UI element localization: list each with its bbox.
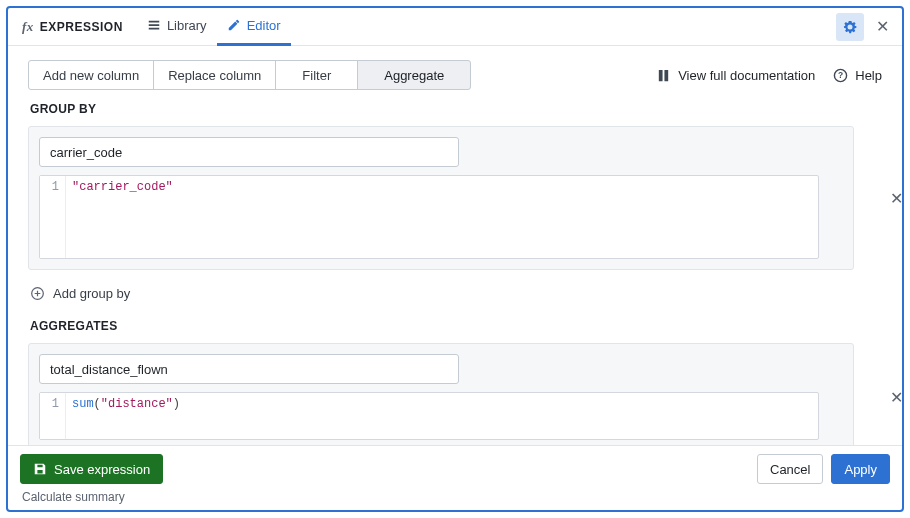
panel-footer: Save expression Cancel Apply Calculate s… — [8, 445, 902, 510]
edit-icon — [227, 18, 241, 32]
aggregates-heading: AGGREGATES — [30, 319, 882, 333]
code-gutter: 1 — [40, 393, 66, 439]
aggregate-name-input[interactable] — [39, 354, 459, 384]
close-icon: ✕ — [876, 17, 889, 36]
view-docs-label: View full documentation — [678, 68, 815, 83]
aggregate-code-editor[interactable]: 1 sum("distance") — [39, 392, 819, 440]
group-by-name-input[interactable] — [39, 137, 459, 167]
group-by-code-editor[interactable]: 1 "carrier_code" — [39, 175, 819, 259]
close-icon: ✕ — [890, 389, 903, 406]
code-gutter: 1 — [40, 176, 66, 258]
filter-button[interactable]: Filter — [275, 60, 358, 90]
group-by-heading: GROUP BY — [30, 102, 882, 116]
aggregate-wrapper: 1 sum("distance") ✕ — [28, 343, 882, 445]
footer-buttons: Save expression Cancel Apply — [20, 454, 890, 484]
panel-body: GROUP BY 1 "carrier_code" ✕ Add group by… — [8, 102, 902, 445]
gear-icon — [842, 19, 858, 35]
remove-group-by-button[interactable]: ✕ — [886, 189, 902, 208]
view-docs-link[interactable]: View full documentation — [656, 68, 815, 83]
code-content: "carrier_code" — [66, 176, 179, 258]
add-column-button[interactable]: Add new column — [28, 60, 154, 90]
cancel-button[interactable]: Cancel — [757, 454, 823, 484]
expression-title-text: EXPRESSION — [40, 20, 123, 34]
add-group-by-label: Add group by — [53, 286, 130, 301]
plus-circle-icon — [30, 286, 45, 301]
list-icon — [147, 18, 161, 32]
group-by-card: 1 "carrier_code" — [28, 126, 854, 270]
aggregate-button[interactable]: Aggregate — [357, 60, 471, 90]
expression-panel: fx EXPRESSION Library Editor ✕ Add new c… — [6, 6, 904, 512]
add-group-by-button[interactable]: Add group by — [30, 286, 130, 301]
fx-icon: fx — [22, 19, 34, 35]
replace-column-button[interactable]: Replace column — [153, 60, 276, 90]
aggregate-card: 1 sum("distance") — [28, 343, 854, 445]
action-toolbar: Add new column Replace column Filter Agg… — [8, 46, 902, 102]
tab-editor[interactable]: Editor — [217, 8, 291, 46]
remove-aggregate-button[interactable]: ✕ — [886, 388, 902, 407]
help-icon: ? — [833, 68, 848, 83]
close-icon: ✕ — [890, 190, 903, 207]
panel-header: fx EXPRESSION Library Editor ✕ — [8, 8, 902, 46]
docs-icon — [656, 68, 671, 83]
group-by-wrapper: 1 "carrier_code" ✕ — [28, 126, 882, 270]
close-button[interactable]: ✕ — [870, 15, 894, 39]
settings-button[interactable] — [836, 13, 864, 41]
code-content: sum("distance") — [66, 393, 186, 439]
tab-library-label: Library — [167, 18, 207, 33]
footer-hint: Calculate summary — [20, 490, 890, 504]
tab-library[interactable]: Library — [137, 8, 217, 46]
save-expression-button[interactable]: Save expression — [20, 454, 163, 484]
svg-text:?: ? — [838, 70, 843, 80]
help-label: Help — [855, 68, 882, 83]
save-label: Save expression — [54, 462, 150, 477]
help-link[interactable]: ? Help — [833, 68, 882, 83]
mode-button-group: Add new column Replace column Filter Agg… — [28, 60, 471, 90]
tab-editor-label: Editor — [247, 18, 281, 33]
save-icon — [33, 462, 47, 476]
apply-button[interactable]: Apply — [831, 454, 890, 484]
expression-title: fx EXPRESSION — [22, 19, 123, 35]
